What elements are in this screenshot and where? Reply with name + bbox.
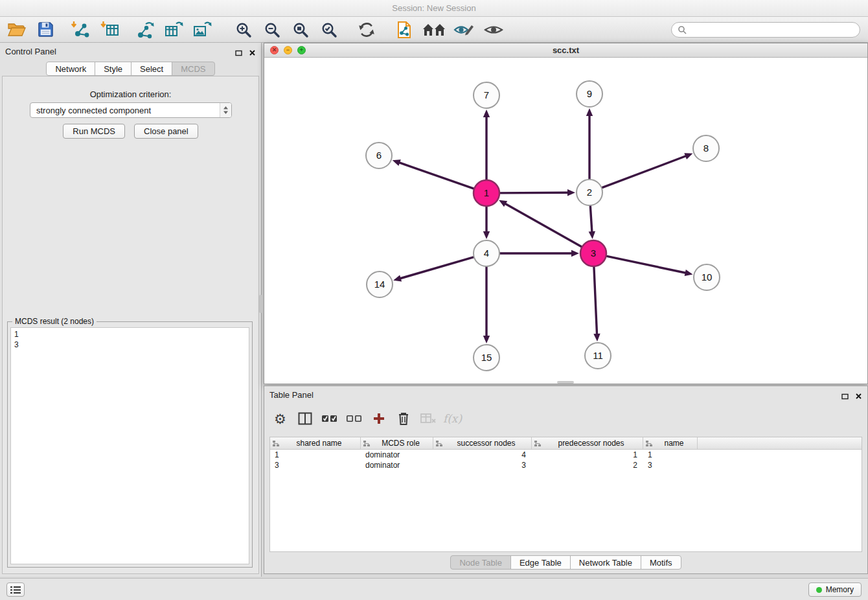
window-titlebar[interactable]: Session: New Session <box>0 0 868 17</box>
select-all-columns-button[interactable] <box>319 409 340 428</box>
column-header-MCDS-role[interactable]: MCDS role <box>361 437 433 449</box>
export-network-button[interactable] <box>133 19 157 40</box>
graph-edge-3-11[interactable] <box>594 266 597 334</box>
minimize-window-button[interactable]: − <box>284 46 292 54</box>
status-bar: Memory <box>0 578 868 600</box>
graph-edge-2-8[interactable] <box>602 156 685 188</box>
graph-edge-1-6[interactable] <box>400 163 474 189</box>
show-graphics-details-button[interactable] <box>482 19 505 40</box>
graph-node-10[interactable]: 10 <box>694 264 720 290</box>
graph-edge-3-1[interactable] <box>506 204 582 247</box>
first-neighbors-button[interactable] <box>422 19 446 40</box>
splitter-handle[interactable] <box>259 295 262 313</box>
column-header-predecessor-nodes[interactable]: predecessor nodes <box>532 437 643 449</box>
close-panel-action-button[interactable]: Close panel <box>134 124 198 139</box>
graph-node-7[interactable]: 7 <box>474 82 499 108</box>
sort-icon <box>534 440 542 447</box>
tab-network[interactable]: Network <box>46 62 95 76</box>
network-graph[interactable]: 7968124310141511 <box>264 58 867 384</box>
network-window-titlebar[interactable]: ✕ − + scc.txt <box>264 43 867 58</box>
zoom-fit-icon <box>292 21 309 38</box>
graph-edge-2-3[interactable] <box>590 205 592 231</box>
tab-motifs[interactable]: Motifs <box>641 555 681 570</box>
table-toolbar: ⚙ f(x) <box>269 406 463 432</box>
graph-arrowhead <box>393 275 402 282</box>
zoom-in-button[interactable] <box>232 19 255 40</box>
search-box[interactable] <box>671 22 860 38</box>
save-session-button[interactable] <box>34 19 57 40</box>
window-resize-grip[interactable] <box>557 381 574 384</box>
export-image-button[interactable] <box>190 19 214 40</box>
float-table-panel-button[interactable] <box>841 391 849 402</box>
graph-edge-3-10[interactable] <box>606 256 685 273</box>
open-session-button[interactable] <box>5 19 29 40</box>
import-table-button[interactable] <box>98 19 122 40</box>
graph-node-6[interactable]: 6 <box>366 143 392 168</box>
graph-edge-1-2[interactable] <box>499 192 567 193</box>
graph-arrowhead <box>483 110 490 117</box>
column-header-name[interactable]: name <box>643 437 698 449</box>
tab-mcds[interactable]: MCDS <box>172 62 214 76</box>
unselect-all-columns-button[interactable] <box>343 409 365 428</box>
eye-pen-icon <box>453 22 474 38</box>
close-table-panel-button[interactable] <box>855 391 862 402</box>
control-panel-tabs: NetworkStyleSelectMCDS <box>0 62 261 76</box>
export-table-button[interactable] <box>162 19 185 40</box>
graph-node-3[interactable]: 3 <box>580 240 606 266</box>
column-header-label: shared name <box>280 439 358 448</box>
tab-style[interactable]: Style <box>95 62 131 76</box>
graph-edge-4-14[interactable] <box>401 257 474 279</box>
float-panel-button[interactable] <box>235 47 242 59</box>
delete-column-button[interactable] <box>393 409 414 428</box>
table-row[interactable]: 1dominator411 <box>270 450 862 460</box>
table-cell: dominator <box>361 450 433 459</box>
maximize-window-button[interactable]: + <box>297 46 306 54</box>
close-panel-button[interactable] <box>249 47 256 59</box>
run-mcds-button[interactable]: Run MCDS <box>63 124 125 139</box>
column-header-successor-nodes[interactable]: successor nodes <box>433 437 532 449</box>
delete-table-button <box>417 409 439 428</box>
graph-node-4[interactable]: 4 <box>474 240 499 266</box>
table-row[interactable]: 3dominator323 <box>270 460 862 470</box>
column-header-shared-name[interactable]: shared name <box>270 437 361 449</box>
memory-button[interactable]: Memory <box>808 583 862 597</box>
control-panel-header: Control Panel <box>0 43 261 60</box>
show-panel-menu-button[interactable] <box>6 583 25 597</box>
network-window: ✕ − + scc.txt 7968124310141511 <box>264 43 868 384</box>
search-input[interactable] <box>690 25 854 34</box>
zoom-in-icon <box>235 21 252 38</box>
graph-node-11[interactable]: 11 <box>585 343 611 369</box>
float-window-icon <box>235 50 242 56</box>
tab-network-table[interactable]: Network Table <box>570 555 641 570</box>
svg-text:3: 3 <box>591 248 596 259</box>
tab-select[interactable]: Select <box>131 62 172 76</box>
zoom-out-button[interactable] <box>260 19 284 40</box>
result-line: 1 <box>14 329 246 340</box>
svg-text:9: 9 <box>587 88 592 99</box>
table-settings-button[interactable]: ⚙ <box>269 409 291 428</box>
tab-node-table[interactable]: Node Table <box>450 555 511 570</box>
graph-node-1[interactable]: 1 <box>474 180 499 206</box>
close-window-button[interactable]: ✕ <box>270 46 279 54</box>
hide-selected-button[interactable] <box>452 19 475 40</box>
zoom-selected-icon <box>321 21 337 38</box>
apply-layout-button[interactable] <box>355 19 378 40</box>
graph-node-14[interactable]: 14 <box>367 271 393 297</box>
criterion-select[interactable]: strongly connected component <box>30 102 232 118</box>
graph-node-9[interactable]: 9 <box>577 81 602 107</box>
svg-text:10: 10 <box>702 271 713 283</box>
graph-arrowhead <box>589 231 595 239</box>
tab-edge-table[interactable]: Edge Table <box>510 555 571 570</box>
create-column-button[interactable] <box>368 409 389 428</box>
import-network-button[interactable] <box>69 19 92 40</box>
network-canvas[interactable]: 7968124310141511 <box>264 58 867 384</box>
graph-node-8[interactable]: 8 <box>693 135 719 161</box>
graph-node-2[interactable]: 2 <box>577 179 602 205</box>
graph-node-15[interactable]: 15 <box>474 345 499 371</box>
zoom-fit-button[interactable] <box>289 19 312 40</box>
zoom-selected-button[interactable] <box>317 19 341 40</box>
show-columns-button[interactable] <box>294 409 315 428</box>
network-from-clipboard-button[interactable] <box>393 19 416 40</box>
select-stepper-icon <box>220 103 231 117</box>
mcds-result-list[interactable]: 13 <box>10 327 249 564</box>
